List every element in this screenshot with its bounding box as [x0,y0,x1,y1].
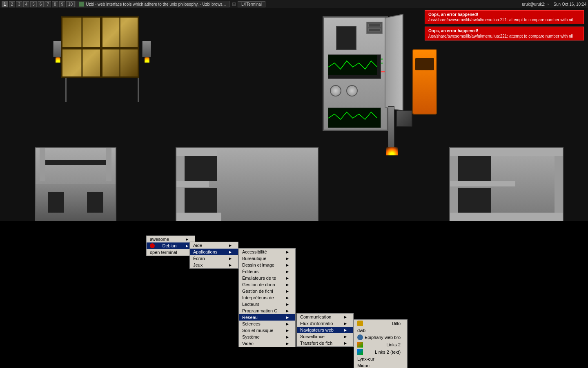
epiphany-icon [357,334,363,340]
desktop-scene: awesome ▶ Debian ▶ open terminal Aide ▶ … [0,8,588,368]
menu-item-navigateurs[interactable]: Navigateurs web ▶ [297,327,353,333]
menu-item-programmation[interactable]: Programmation C ▶ [239,307,295,314]
menu-item-reseau[interactable]: Réseau ▶ [239,314,295,321]
menu-item-editeurs[interactable]: Éditeurs ▶ [239,268,295,275]
menu-item-epiphany[interactable]: Epiphany web bro [354,334,407,341]
links2t-icon [357,349,363,355]
menu-item-systeme[interactable]: Système ▶ [239,334,295,340]
menu-item-interpreteurs[interactable]: Interpréteurs de ▶ [239,294,295,301]
tag-5[interactable]: 5 [30,1,37,7]
menu-level4: Communication ▶ Flux d'informatio ▶ Navi… [296,313,354,347]
menu-item-son[interactable]: Son et musique ▶ [239,327,295,334]
menu-level5: Dillo dwb Epiphany web bro Links 2 Links… [354,319,408,368]
menu-item-surveillance[interactable]: Surveillance ▶ [297,333,353,340]
error-title-1: Oops, an error happened! [428,12,580,17]
svg-rect-0 [328,55,377,75]
error-message-1: /usr/share/awesome/lib/awful/menu.lua:22… [428,18,580,22]
window-terminal-title: LXTerminal [241,2,262,7]
menu-item-communication[interactable]: Communication ▶ [297,314,353,320]
error-message-2: /usr/share/awesome/lib/awful/menu.lua:22… [428,34,580,38]
menu-item-flux[interactable]: Flux d'informatio ▶ [297,320,353,327]
menu-item-debian[interactable]: Debian ▶ [147,242,195,249]
menu-level2: Aide ▶ Applications ▶ Écran ▶ Jeux ▶ [189,242,238,269]
menu-level3: Accessibilité ▶ Bureautique ▶ Dessin et … [238,248,296,347]
menu-item-open-terminal[interactable]: open terminal [147,249,195,256]
tag-7[interactable]: 7 [45,1,51,7]
tag-8[interactable]: 8 [52,1,58,7]
menu-item-awesome[interactable]: awesome ▶ [147,236,195,242]
tag-2[interactable]: 2 [9,1,16,7]
menu-item-video[interactable]: Vidéo ▶ [239,340,295,347]
menu-item-jeux[interactable]: Jeux ▶ [190,262,238,268]
tag-4[interactable]: 4 [23,1,30,7]
debian-icon [150,243,155,248]
tag-10[interactable]: 10 [66,1,75,7]
menu-item-applications[interactable]: Applications ▶ [190,249,238,255]
menu-item-links2text[interactable]: Links 2 (text) [354,348,407,356]
menu-item-dwb[interactable]: dwb [354,327,407,334]
window-terminal[interactable]: LXTerminal [238,1,265,7]
menu-item-aide[interactable]: Aide ▶ [190,242,238,249]
menu-item-dessin[interactable]: Dessin et image ▶ [239,262,295,268]
menu-item-gestion-fich[interactable]: Gestion de fichi ▶ [239,288,295,294]
menu-item-bureautique[interactable]: Bureautique ▶ [239,255,295,262]
svg-rect-1 [328,108,377,126]
separator: ⊞ [232,1,236,7]
dillo-icon [357,321,363,326]
error-notification-2: Oops, an error happened! /usr/share/awes… [425,27,584,40]
error-notification-1: Oops, an error happened! /usr/share/awes… [425,10,584,24]
menu-item-lecteurs[interactable]: Lecteurs ▶ [239,301,295,307]
menu-item-transfert[interactable]: Transfert de fich ▶ [297,340,353,346]
menu-item-ecran[interactable]: Écran ▶ [190,255,238,262]
menu-item-midori[interactable]: Midori [354,362,407,368]
user-host: uruk@uruk2: ~ [522,2,549,7]
taskbar-right-info: uruk@uruk2: ~ Sun Oct 16, 10:24 [522,2,586,7]
menu-level1: awesome ▶ Debian ▶ open terminal [146,236,195,256]
tag-6[interactable]: 6 [38,1,44,7]
tag-9[interactable]: 9 [59,1,66,7]
menu-item-dillo[interactable]: Dillo [354,320,407,327]
window-uzbl-title: Uzbl - web interface tools which adhere … [86,2,226,7]
tag-1[interactable]: 1 [2,1,8,7]
uzbl-icon [79,2,84,7]
tag-3[interactable]: 3 [16,1,22,7]
menu-item-emulateurs[interactable]: Émulateurs de te ▶ [239,275,295,281]
links2-icon [357,342,363,348]
datetime: Sun Oct 16, 10:24 [553,2,586,7]
menu-item-lynx[interactable]: Lynx-cur [354,356,407,362]
menu-item-sciences[interactable]: Sciences ▶ [239,321,295,327]
taskbar: 1 2 3 4 5 6 7 8 9 10 Uzbl - web interfac… [0,0,588,8]
menu-item-gestion-donn[interactable]: Gestion de donn ▶ [239,281,295,288]
menu-item-links2[interactable]: Links 2 [354,341,407,348]
window-uzbl[interactable]: Uzbl - web interface tools which adhere … [76,1,229,7]
error-title-2: Oops, an error happened! [428,29,580,33]
menu-item-accessibilite[interactable]: Accessibilité ▶ [239,249,295,255]
